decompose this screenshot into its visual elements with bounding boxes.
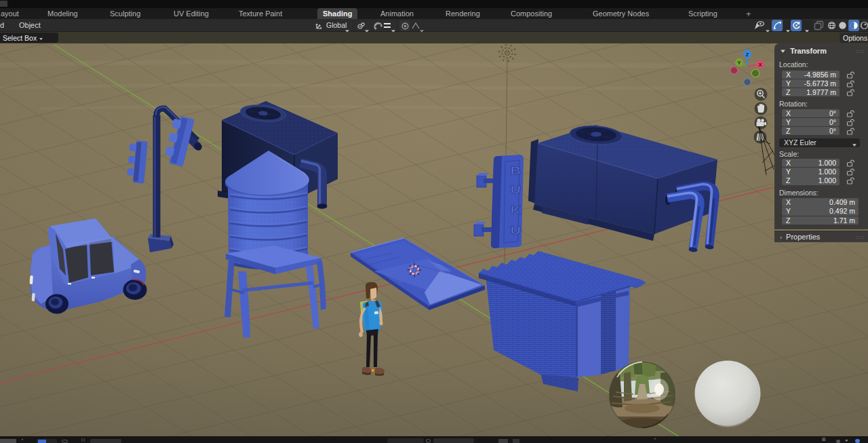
svg-text:U: U bbox=[510, 224, 521, 237]
svg-text:K: K bbox=[510, 204, 521, 216]
svg-text:Z: Z bbox=[746, 52, 749, 58]
svg-text:U: U bbox=[510, 183, 521, 196]
svg-text:X: X bbox=[758, 62, 762, 68]
svg-text:Y: Y bbox=[737, 60, 741, 66]
svg-text:B: B bbox=[510, 164, 521, 177]
